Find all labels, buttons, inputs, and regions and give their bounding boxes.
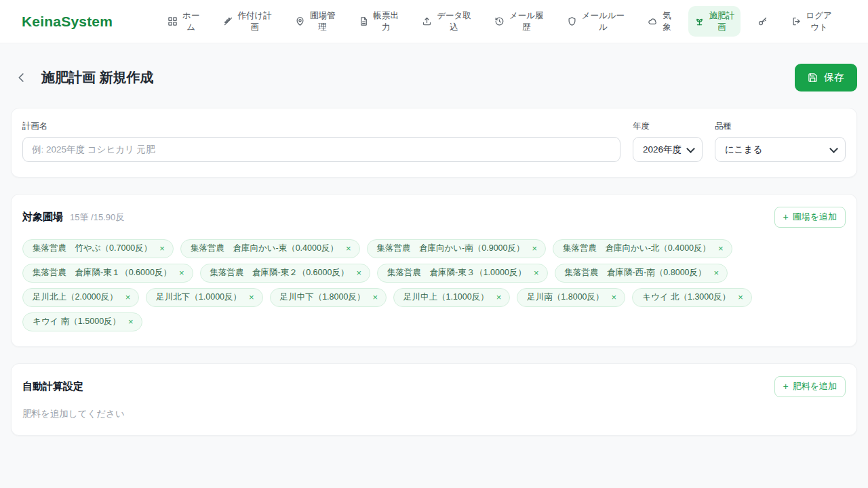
- save-button-label: 保存: [824, 71, 844, 84]
- page-title-row: 施肥計画 新規作成 保存: [0, 43, 868, 108]
- field-tag: 集落営農 倉庫隣-東１（0.6000反） ×: [22, 264, 193, 283]
- field-tag-list: 集落営農 竹やぶ（0.7000反） × 集落営農 倉庫向かい-東（0.4000反…: [22, 239, 846, 331]
- field-tag: 足川中下（1.8000反） ×: [270, 288, 387, 307]
- variety-select-wrap: にこまる: [715, 137, 846, 162]
- field-tag-label: 集落営農 倉庫隣-東３（1.0000反）: [387, 267, 526, 279]
- field-tag-label: 足川南（1.8000反）: [527, 291, 604, 303]
- nav-item-field-management[interactable]: 圃場管 理: [289, 6, 342, 37]
- auto-calc-title: 自動計算設定: [22, 380, 83, 393]
- remove-field-icon[interactable]: ×: [356, 268, 361, 277]
- sprout-icon: [694, 16, 705, 26]
- variety-label: 品種: [715, 121, 846, 132]
- auto-calc-card: 自動計算設定 + 肥料を追加 肥料を追加してください: [11, 363, 857, 436]
- remove-field-icon[interactable]: ×: [612, 293, 617, 302]
- nav-item-weather[interactable]: 気 象: [642, 6, 677, 37]
- field-tag: キウイ 北（1.3000反） ×: [632, 288, 752, 307]
- main-nav: ホー ム 作付け計 画 圃場管 理 帳票出 力 データ取 込 メール履 歴 メー…: [161, 6, 838, 37]
- year-label: 年度: [633, 121, 703, 132]
- upload-icon: [422, 16, 432, 26]
- nav-item-planting-plan[interactable]: 作付け計 画: [217, 6, 278, 37]
- field-tag-label: キウイ 北（1.3000反）: [642, 291, 730, 303]
- nav-item-mail-rules[interactable]: メールルー ル: [561, 6, 631, 37]
- remove-field-icon[interactable]: ×: [128, 317, 134, 326]
- nav-item-key[interactable]: [751, 12, 774, 30]
- nav-item-report-output[interactable]: 帳票出 力: [353, 6, 406, 37]
- document-icon: [359, 16, 369, 26]
- page-title: 施肥計画 新規作成: [41, 68, 154, 87]
- field-tag: 集落営農 倉庫向かい-東（0.4000反） ×: [180, 239, 360, 258]
- key-icon: [757, 16, 768, 26]
- save-icon: [808, 73, 818, 83]
- field-tag: 足川南（1.8000反） ×: [517, 288, 625, 307]
- field-tag: 集落営農 倉庫隣-東２（0.6000反） ×: [200, 264, 371, 283]
- map-pin-icon: [295, 16, 305, 26]
- nav-item-data-import[interactable]: データ取 込: [416, 6, 477, 37]
- history-icon: [494, 16, 505, 26]
- field-tag: 足川北上（2.0000反） ×: [22, 288, 139, 307]
- variety-select[interactable]: にこまる: [715, 137, 846, 162]
- add-field-button-label: 圃場を追加: [793, 211, 837, 223]
- field-tag: キウイ 南（1.5000反） ×: [22, 312, 142, 331]
- year-select[interactable]: 2026年度: [633, 137, 703, 162]
- grid-icon: [167, 16, 178, 26]
- plus-icon: +: [783, 382, 789, 391]
- field-tag-label: キウイ 南（1.5000反）: [33, 316, 121, 327]
- add-field-button[interactable]: + 圃場を追加: [774, 207, 846, 228]
- field-tag-label: 集落営農 倉庫向かい-南（0.9000反）: [377, 243, 525, 254]
- target-fields-card: 対象圃場 15筆 /15.90反 + 圃場を追加 集落営農 竹やぶ（0.7000…: [11, 194, 857, 347]
- nav-item-logout[interactable]: ログア ウト: [785, 6, 838, 37]
- app-logo: KeinaSystem: [22, 14, 113, 30]
- nav-item-home[interactable]: ホー ム: [161, 6, 205, 37]
- year-select-wrap: 2026年度: [633, 137, 703, 162]
- field-tag-label: 集落営農 倉庫隣-西-南（0.8000反）: [565, 267, 707, 279]
- plan-name-input[interactable]: [22, 137, 620, 162]
- target-fields-summary: 15筆 /15.90反: [70, 211, 124, 224]
- plan-name-label: 計画名: [22, 121, 620, 132]
- back-button[interactable]: [12, 68, 31, 87]
- save-button[interactable]: 保存: [795, 64, 857, 92]
- remove-field-icon[interactable]: ×: [718, 244, 724, 253]
- wheat-icon: [223, 16, 233, 26]
- field-tag-label: 足川北下（1.0000反）: [156, 291, 241, 303]
- field-tag: 足川北下（1.0000反） ×: [146, 288, 262, 307]
- field-tag-label: 集落営農 倉庫隣-東１（0.6000反）: [33, 267, 172, 279]
- field-tag: 集落営農 倉庫隣-西-南（0.8000反） ×: [555, 264, 728, 283]
- field-tag-label: 足川中下（1.8000反）: [280, 291, 366, 303]
- field-tag: 集落営農 竹やぶ（0.7000反） ×: [22, 239, 174, 258]
- remove-field-icon[interactable]: ×: [534, 268, 539, 277]
- add-fertilizer-button-label: 肥料を追加: [793, 380, 837, 392]
- remove-field-icon[interactable]: ×: [738, 293, 743, 302]
- remove-field-icon[interactable]: ×: [372, 293, 378, 302]
- remove-field-icon[interactable]: ×: [179, 268, 184, 277]
- plus-icon: +: [783, 212, 789, 222]
- field-tag-label: 集落営農 倉庫隣-東２（0.6000反）: [210, 267, 349, 279]
- fertilizer-empty-text: 肥料を追加してください: [22, 408, 846, 420]
- field-tag: 集落営農 倉庫隣-東３（1.0000反） ×: [377, 264, 548, 283]
- target-fields-title: 対象圃場: [22, 211, 63, 224]
- plan-form-card: 計画名 年度 2026年度 品種 にこまる: [11, 108, 857, 178]
- remove-field-icon[interactable]: ×: [496, 293, 502, 302]
- remove-field-icon[interactable]: ×: [249, 293, 254, 302]
- chevron-left-icon: [15, 71, 28, 84]
- logout-icon: [791, 16, 802, 26]
- field-tag-label: 足川北上（2.0000反）: [33, 291, 118, 303]
- field-tag-label: 集落営農 竹やぶ（0.7000反）: [33, 243, 152, 254]
- field-tag-label: 集落営農 倉庫向かい-東（0.4000反）: [191, 243, 338, 254]
- field-tag: 集落営農 倉庫向かい-北（0.4000反） ×: [553, 239, 732, 258]
- app-header: KeinaSystem ホー ム 作付け計 画 圃場管 理 帳票出 力 データ取…: [0, 0, 868, 43]
- add-fertilizer-button[interactable]: + 肥料を追加: [774, 376, 846, 397]
- field-tag-label: 足川中上（1.1000反）: [403, 291, 489, 303]
- field-tag: 集落営農 倉庫向かい-南（0.9000反） ×: [367, 239, 547, 258]
- nav-item-mail-history[interactable]: メール履 歴: [488, 6, 550, 37]
- field-tag-label: 集落営農 倉庫向かい-北（0.4000反）: [563, 243, 711, 254]
- shield-icon: [567, 16, 577, 26]
- remove-field-icon[interactable]: ×: [159, 244, 165, 253]
- remove-field-icon[interactable]: ×: [532, 244, 537, 253]
- remove-field-icon[interactable]: ×: [714, 268, 719, 277]
- nav-item-fertilization-plan[interactable]: 施肥計 画: [688, 6, 741, 37]
- cloud-icon: [648, 16, 658, 26]
- remove-field-icon[interactable]: ×: [125, 293, 131, 302]
- remove-field-icon[interactable]: ×: [346, 244, 351, 253]
- field-tag: 足川中上（1.1000反） ×: [393, 288, 510, 307]
